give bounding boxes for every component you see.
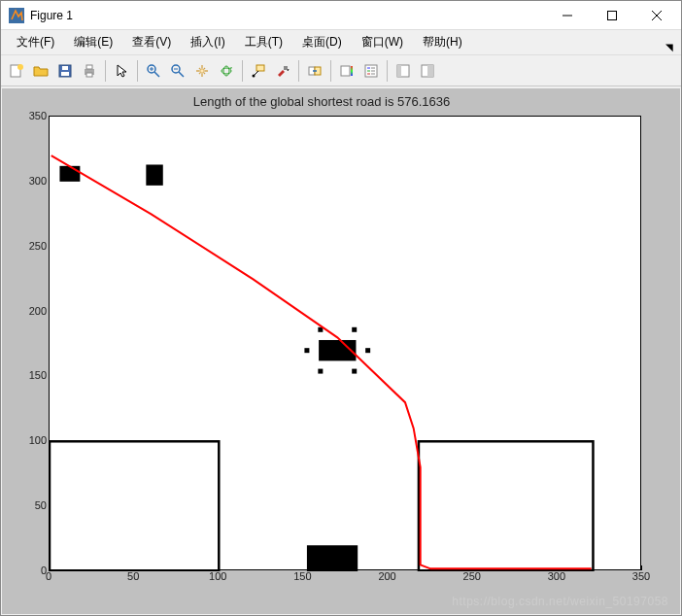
- new-figure-button[interactable]: [5, 59, 28, 83]
- toolbar-separator: [105, 60, 106, 82]
- print-button[interactable]: [78, 59, 101, 83]
- x-tick-label: 300: [548, 570, 565, 616]
- x-tick-label: 350: [632, 570, 650, 616]
- data-cursor-button[interactable]: [247, 59, 270, 83]
- close-button[interactable]: [634, 1, 679, 30]
- svg-rect-53: [352, 369, 357, 374]
- menu-help[interactable]: 帮助(H): [413, 31, 472, 53]
- watermark: https://blog.csdn.net/weixin_50197058: [452, 595, 668, 608]
- dock-button[interactable]: [416, 59, 439, 83]
- svg-rect-43: [50, 441, 219, 571]
- titlebar: Figure 1: [1, 1, 681, 30]
- svg-rect-40: [397, 65, 401, 77]
- svg-rect-9: [62, 66, 68, 70]
- open-button[interactable]: [29, 59, 52, 83]
- y-tick-label: 200: [2, 305, 47, 317]
- x-tick-label: 100: [209, 570, 226, 616]
- maximize-button[interactable]: [590, 1, 634, 30]
- x-tick-label: 150: [293, 570, 311, 616]
- menu-tools[interactable]: 工具(T): [235, 31, 292, 53]
- menu-desktop[interactable]: 桌面(D): [292, 31, 352, 53]
- svg-rect-31: [351, 66, 353, 76]
- hide-plot-tools-button[interactable]: [392, 59, 415, 83]
- menu-edit[interactable]: 编辑(E): [64, 31, 122, 53]
- svg-rect-30: [341, 66, 350, 76]
- toolbar-separator: [137, 60, 138, 82]
- link-plot-button[interactable]: [303, 59, 326, 83]
- menubar: 文件(F) 编辑(E) 查看(V) 插入(I) 工具(T) 桌面(D) 窗口(W…: [1, 30, 681, 55]
- chart-title: Length of the global shortest road is 57…: [2, 94, 641, 109]
- svg-rect-23: [256, 65, 264, 71]
- svg-rect-54: [307, 545, 358, 571]
- svg-rect-26: [284, 66, 288, 70]
- svg-line-14: [154, 72, 159, 77]
- y-tick-label: 350: [2, 110, 47, 121]
- svg-point-6: [17, 64, 23, 70]
- svg-rect-42: [427, 65, 433, 77]
- svg-rect-12: [86, 73, 92, 77]
- minimize-button[interactable]: [545, 1, 590, 30]
- y-tick-label: 300: [2, 175, 47, 187]
- y-tick-label: 250: [2, 240, 47, 252]
- toolbar-separator: [298, 60, 299, 82]
- svg-rect-49: [352, 327, 357, 332]
- menu-insert[interactable]: 插入(I): [181, 31, 234, 53]
- toolbar-separator: [387, 60, 388, 82]
- toolbar-separator: [330, 60, 331, 82]
- expand-toolbar-icon[interactable]: ◥: [665, 42, 673, 52]
- svg-rect-2: [608, 11, 617, 19]
- axes[interactable]: [49, 116, 641, 570]
- svg-point-25: [253, 74, 256, 77]
- svg-rect-52: [318, 369, 323, 374]
- colorbar-button[interactable]: [335, 59, 358, 83]
- y-tick-label: 100: [2, 434, 47, 446]
- svg-line-18: [179, 72, 184, 77]
- svg-point-20: [200, 68, 204, 72]
- plot-svg: [50, 117, 642, 571]
- menu-window[interactable]: 窗口(W): [352, 31, 413, 53]
- rotate-button[interactable]: [215, 59, 238, 83]
- zoom-out-button[interactable]: [166, 59, 189, 83]
- y-tick-label: 150: [2, 369, 47, 381]
- svg-rect-45: [59, 166, 80, 182]
- svg-rect-8: [61, 72, 69, 76]
- svg-rect-51: [365, 348, 370, 353]
- y-tick-label: 50: [2, 499, 47, 511]
- figure-area: Length of the global shortest road is 57…: [2, 88, 680, 614]
- menu-file[interactable]: 文件(F): [7, 31, 64, 53]
- toolbar-separator: [242, 60, 243, 82]
- legend-button[interactable]: [359, 59, 383, 83]
- figure-window: Figure 1 文件(F) 编辑(E) 查看(V) 插入(I) 工具(T) 桌…: [0, 0, 682, 616]
- menu-view[interactable]: 查看(V): [122, 31, 181, 53]
- svg-rect-11: [86, 65, 92, 69]
- pointer-button[interactable]: [110, 59, 133, 83]
- window-title: Figure 1: [30, 9, 545, 22]
- y-tick-label: 0: [2, 565, 47, 576]
- zoom-in-button[interactable]: [142, 59, 165, 83]
- x-tick-label: 0: [46, 570, 51, 616]
- x-tick-label: 250: [463, 570, 481, 616]
- matlab-icon: [9, 8, 24, 23]
- svg-rect-44: [419, 441, 594, 571]
- x-tick-label: 200: [378, 570, 395, 616]
- brush-button[interactable]: [271, 59, 294, 83]
- toolbar: [1, 55, 681, 86]
- svg-rect-46: [146, 164, 162, 185]
- save-button[interactable]: [53, 59, 77, 83]
- pan-button[interactable]: [190, 59, 214, 83]
- svg-rect-50: [304, 348, 309, 353]
- x-tick-label: 50: [127, 570, 139, 616]
